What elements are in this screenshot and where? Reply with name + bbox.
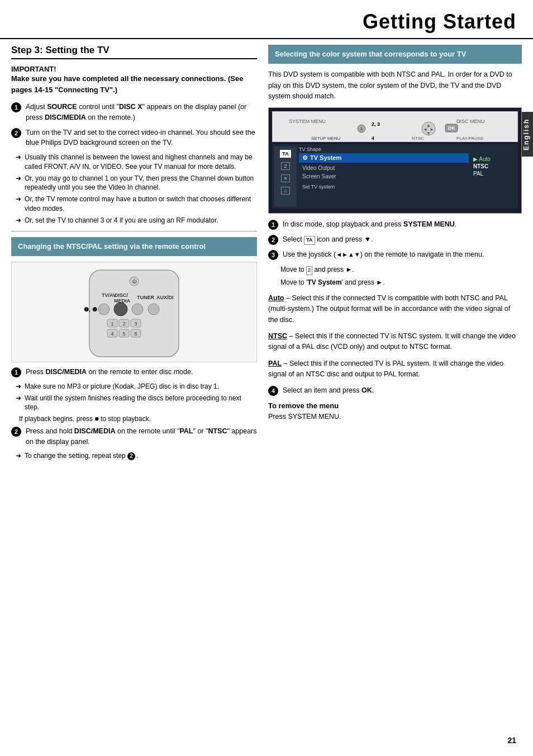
right-step-2-text: Select TA icon and press ▼. <box>283 234 522 245</box>
svg-text:PLAY/PAUSE: PLAY/PAUSE <box>456 136 484 141</box>
intro-paragraph: This DVD system is compatible with both … <box>268 69 522 102</box>
ntsc-step-num-2: 2 <box>11 427 21 437</box>
right-section-title: Selecting the color system that correspo… <box>268 45 522 64</box>
ntsc-arrow-4: ➜ To change the setting, repeat step 2. <box>16 451 257 461</box>
ntsc-step-1-text: Press DISC/MEDIA on the remote to enter … <box>26 367 257 377</box>
main-content: Step 3: Setting the TV IMPORTANT! Make s… <box>0 45 533 463</box>
svg-text:SETUP MENU: SETUP MENU <box>311 136 341 141</box>
svg-text:SYSTEM MENU: SYSTEM MENU <box>289 119 326 124</box>
svg-text:▼: ▼ <box>426 131 431 136</box>
svg-text:5: 5 <box>122 331 125 337</box>
ntsc-arrow-1: ➜ Make sure no MP3 or picture (Kodak, JP… <box>16 382 257 391</box>
right-step-4-text: Select an item and press OK. <box>283 385 522 396</box>
svg-text:❶, ❷: ❶, ❷ <box>84 306 97 313</box>
remove-menu-section: To remove the menu Press SYSTEM MENU. <box>268 401 522 422</box>
step-num-2: 2 <box>11 128 21 138</box>
svg-point-9 <box>114 303 127 316</box>
important-text: Make sure you have completed all the nec… <box>11 73 257 95</box>
svg-text:OK: OK <box>448 125 455 131</box>
option-ntsc: NTSC – Select this if the connected TV i… <box>268 331 522 353</box>
left-column: Step 3: Setting the TV IMPORTANT! Make s… <box>11 45 257 463</box>
important-box: IMPORTANT! Make sure you have completed … <box>11 65 257 95</box>
svg-text:4: 4 <box>111 331 113 337</box>
svg-text:1: 1 <box>360 126 363 131</box>
svg-text:⏻: ⏻ <box>132 279 137 284</box>
right-step-3: 3 Use the joystick (◄►▲▼) on the remote … <box>268 249 522 260</box>
arrow-3: ➜ Or, the TV remote control may have a b… <box>16 195 257 214</box>
remove-menu-text: Press SYSTEM MENU. <box>268 412 522 422</box>
remove-menu-title: To remove the menu <box>268 401 522 410</box>
right-step-1-text: In disc mode, stop playback and press SY… <box>283 219 522 230</box>
step-2-text: Turn on the TV and set to the correct vi… <box>26 127 257 149</box>
step-2: 2 Turn on the TV and set to the correct … <box>11 127 257 149</box>
svg-text:2, 3: 2, 3 <box>372 121 380 127</box>
page-title: Getting Started <box>17 10 516 34</box>
ntsc-step-1: 1 Press DISC/MEDIA on the remote to ente… <box>11 367 257 377</box>
svg-text:2: 2 <box>122 321 125 327</box>
right-steps: 1 In disc mode, stop playback and press … <box>268 219 522 423</box>
right-step-num-3: 3 <box>268 250 278 260</box>
arrow-4: ➜ Or, set the TV to channel 3 or 4 if yo… <box>16 216 257 225</box>
page-number: 21 <box>507 736 516 745</box>
important-label: IMPORTANT! <box>11 65 257 73</box>
step-1: 1 Adjust SOURCE control until "DISC X" a… <box>11 102 257 123</box>
ntsc-step-2: 2 Press and hold DISC/MEDIA on the remot… <box>11 426 257 447</box>
svg-text:NTSC: NTSC <box>412 136 424 141</box>
svg-text:DISC MENU: DISC MENU <box>456 119 485 124</box>
right-step-1: 1 In disc mode, stop playback and press … <box>268 219 522 230</box>
svg-text:4: 4 <box>372 135 374 141</box>
arrow-1: ➜ Usually this channel is between the lo… <box>16 153 257 172</box>
right-step-2: 2 Select TA icon and press ▼. <box>268 234 522 245</box>
ntsc-arrow-2: ➜ Wait until the system finishes reading… <box>16 394 257 413</box>
right-step-4: 4 Select an item and press OK. <box>268 385 522 396</box>
step-3-sub-2: Move to 'TV System' and press ►. <box>280 277 522 287</box>
svg-text:3: 3 <box>134 321 137 327</box>
left-section-title: Step 3: Setting the TV <box>11 45 257 59</box>
svg-point-8 <box>98 304 110 315</box>
step-num-1: 1 <box>11 102 21 112</box>
svg-point-10 <box>132 304 143 315</box>
svg-point-11 <box>148 304 159 315</box>
ntsc-step-2-text: Press and hold DISC/MEDIA on the remote … <box>26 426 257 447</box>
svg-text:TV/AV: TV/AV <box>102 292 116 298</box>
arrow-2: ➜ Or, you may go to channel 1 on your TV… <box>16 174 257 193</box>
remote-diagram: ⏻ TV/AV DISC/ MEDIA TUNER AUX/DI ❶, ❷ 1 … <box>11 262 257 362</box>
option-pal: PAL – Select this if the connected TV is… <box>268 358 522 380</box>
step-1-text: Adjust SOURCE control until "DISC X" app… <box>26 102 257 123</box>
svg-text:DISC/: DISC/ <box>115 292 129 298</box>
svg-text:1: 1 <box>111 321 113 327</box>
page-header: Getting Started <box>0 0 533 39</box>
ntsc-section-title: Changing the NTSC/PAL setting via the re… <box>11 237 257 256</box>
ntsc-step-num-1: 1 <box>11 367 21 377</box>
right-step-num-2: 2 <box>268 235 278 245</box>
remote-svg: ⏻ TV/AV DISC/ MEDIA TUNER AUX/DI ❶, ❷ 1 … <box>61 264 207 360</box>
tv-screenshot: SYSTEM MENU DISC MENU 1 2, 3 ▲ ◄ ► ▼ OK <box>268 107 522 214</box>
right-step-3-text: Use the joystick (◄►▲▼) on the remote to… <box>283 249 522 260</box>
right-step-num-1: 1 <box>268 220 278 230</box>
remote-top-svg: SYSTEM MENU DISC MENU 1 2, 3 ▲ ◄ ► ▼ OK <box>273 112 517 142</box>
right-column: Selecting the color system that correspo… <box>268 45 522 463</box>
right-step-num-4: 4 <box>268 386 278 396</box>
options-section: Auto – Select this if the connected TV i… <box>268 293 522 380</box>
step-3-sub-1: Move to 2 and press ►. <box>280 264 522 275</box>
option-auto: Auto – Select this if the connected TV i… <box>268 293 522 325</box>
ntsc-arrow-3: If playback begins, press ■ to stop play… <box>16 414 257 424</box>
divider-1 <box>11 231 257 231</box>
svg-text:6: 6 <box>134 331 137 337</box>
svg-text:TUNER: TUNER <box>137 295 154 300</box>
svg-text:AUX/DI: AUX/DI <box>156 295 174 300</box>
